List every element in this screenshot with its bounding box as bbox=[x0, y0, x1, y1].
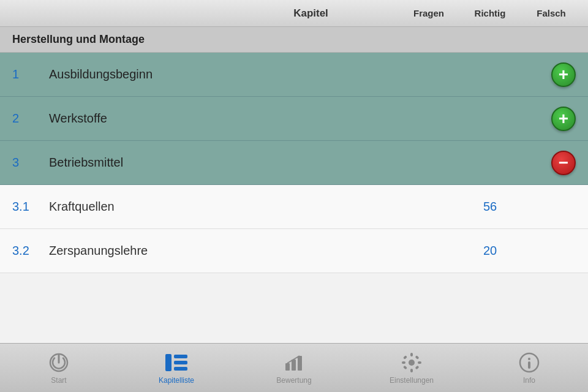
svg-rect-4 bbox=[174, 361, 187, 364]
table-row[interactable]: 3 Betriebsmittel − bbox=[0, 141, 588, 185]
table-row-sub[interactable]: 3.2 Zerspanungslehre 20 bbox=[0, 229, 588, 273]
row-label: Ausbildungsbeginn bbox=[49, 67, 484, 81]
svg-rect-17 bbox=[403, 365, 407, 369]
remove-button[interactable]: − bbox=[551, 151, 576, 175]
header: Kapitel Fragen Richtig Falsch bbox=[0, 0, 588, 27]
row-action-add[interactable]: + bbox=[551, 62, 576, 87]
row-number: 3 bbox=[12, 156, 49, 170]
gear-icon bbox=[401, 352, 423, 374]
svg-rect-2 bbox=[165, 354, 172, 371]
tab-start-label: Start bbox=[51, 376, 66, 385]
power-icon bbox=[48, 352, 70, 374]
tab-bar: Start Kapitelliste Bewert bbox=[0, 343, 588, 392]
row-count: 20 bbox=[466, 244, 514, 258]
row-number: 3.2 bbox=[12, 244, 49, 258]
svg-rect-14 bbox=[418, 361, 421, 364]
header-richtig: Richtig bbox=[472, 8, 508, 18]
tab-kapitelliste[interactable]: Kapitelliste bbox=[118, 352, 235, 385]
tab-bewertung[interactable]: Bewertung bbox=[235, 352, 353, 385]
svg-point-20 bbox=[528, 358, 530, 360]
row-number: 3.1 bbox=[12, 200, 49, 214]
row-action-add[interactable]: + bbox=[551, 107, 576, 131]
table-row[interactable]: 1 Ausbildungsbeginn + bbox=[0, 53, 588, 97]
svg-rect-21 bbox=[528, 361, 530, 369]
svg-rect-3 bbox=[174, 355, 187, 358]
add-button[interactable]: + bbox=[551, 62, 576, 87]
list-icon bbox=[165, 352, 187, 374]
row-number: 2 bbox=[12, 111, 49, 126]
row-label: Zerspanungslehre bbox=[49, 244, 466, 258]
row-action-remove[interactable]: − bbox=[551, 151, 576, 175]
svg-rect-15 bbox=[403, 355, 407, 359]
svg-rect-12 bbox=[410, 369, 413, 372]
header-falsch: Falsch bbox=[533, 8, 570, 18]
info-icon bbox=[518, 352, 540, 374]
tab-info[interactable]: Info bbox=[470, 352, 588, 385]
section-title: Herstellung und Montage bbox=[0, 27, 588, 53]
tab-kapitelliste-label: Kapitelliste bbox=[159, 376, 194, 385]
tab-info-label: Info bbox=[523, 376, 535, 385]
tab-einstellungen[interactable]: Einstellungen bbox=[353, 352, 470, 385]
header-kapitel-label: Kapitel bbox=[211, 7, 410, 20]
table-row[interactable]: 2 Werkstoffe + bbox=[0, 97, 588, 141]
header-columns: Fragen Richtig Falsch bbox=[410, 8, 570, 18]
row-count: 56 bbox=[466, 200, 514, 214]
tab-start[interactable]: Start bbox=[0, 352, 118, 385]
tab-bewertung-label: Bewertung bbox=[276, 376, 311, 385]
chart-icon bbox=[283, 352, 305, 374]
table-row-sub[interactable]: 3.1 Kraftquellen 56 bbox=[0, 185, 588, 229]
header-fragen: Fragen bbox=[410, 8, 447, 18]
svg-point-10 bbox=[409, 360, 415, 366]
row-number: 1 bbox=[12, 67, 49, 81]
row-label: Kraftquellen bbox=[49, 200, 466, 214]
svg-rect-5 bbox=[174, 367, 187, 371]
row-label: Werkstoffe bbox=[49, 111, 484, 126]
tab-einstellungen-label: Einstellungen bbox=[390, 376, 434, 385]
svg-rect-16 bbox=[415, 365, 419, 369]
svg-rect-7 bbox=[292, 360, 296, 371]
svg-rect-18 bbox=[415, 355, 419, 359]
svg-rect-11 bbox=[410, 353, 413, 356]
svg-rect-13 bbox=[402, 361, 405, 364]
add-button[interactable]: + bbox=[551, 107, 576, 131]
svg-rect-6 bbox=[285, 363, 290, 371]
table-body: 1 Ausbildungsbeginn + 2 Werkstoffe + 3 B… bbox=[0, 53, 588, 185]
row-label: Betriebsmittel bbox=[49, 156, 484, 170]
